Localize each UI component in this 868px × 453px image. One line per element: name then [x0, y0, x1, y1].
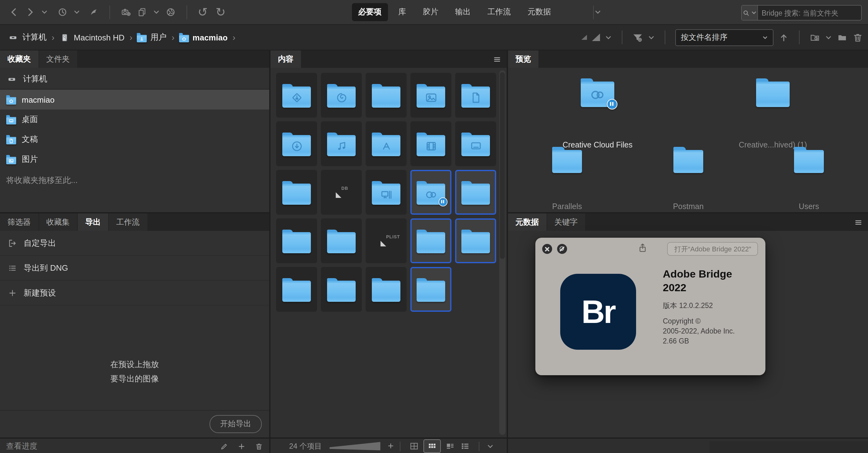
custom-export[interactable]: 自定导出 [0, 231, 269, 256]
fav-pictures[interactable]: 图片 [0, 149, 269, 169]
crumb-users[interactable]: 用户 › [137, 32, 175, 43]
grid-folder[interactable] [276, 219, 317, 263]
tab-export[interactable]: 导出 [78, 214, 108, 231]
workspace-tab-filmstrip[interactable]: 胶片 [416, 3, 444, 21]
scrollbar-thumb[interactable] [500, 72, 505, 259]
delete-preset-icon[interactable] [255, 442, 263, 450]
grid-folder[interactable] [366, 73, 407, 118]
thumbnail-view-active[interactable] [424, 439, 441, 453]
quality-chevron-down-icon[interactable] [605, 34, 612, 41]
grid-folder-selected[interactable] [455, 170, 496, 215]
grid-folder-downloads[interactable] [276, 121, 317, 166]
grid-folder-creative-cloud[interactable] [410, 170, 452, 215]
tab-preview[interactable]: 预览 [508, 50, 538, 68]
preview-creative-archived[interactable]: Creative...hived) (1) [730, 82, 816, 107]
tab-content[interactable]: 内容 [271, 50, 301, 68]
grid-lock-view-icon[interactable] [409, 441, 419, 451]
workspace-tab-metadata[interactable]: 元数据 [521, 3, 557, 21]
search-input[interactable] [758, 9, 861, 17]
grid-folder[interactable] [276, 267, 317, 312]
crumb-computer[interactable]: 计算机 › [7, 32, 54, 43]
content-menu-icon[interactable] [492, 55, 502, 63]
recent-chevron-down-icon[interactable] [825, 34, 832, 41]
grid-folder-music[interactable] [321, 121, 362, 166]
grid-folder-parallels[interactable] [366, 170, 407, 215]
crumb-macmiao[interactable]: macmiao › [179, 32, 235, 42]
preview-quality-icon[interactable] [592, 34, 600, 41]
grid-folder-selected[interactable] [455, 219, 496, 263]
grid-folder[interactable] [276, 170, 317, 215]
fav-desktop[interactable]: 桌面 [0, 110, 269, 130]
metadata-menu-icon[interactable] [854, 218, 863, 227]
tab-folders[interactable]: 文件夹 [39, 50, 77, 68]
start-export-button[interactable]: 开始导出 [210, 415, 262, 433]
grid-folder-selected[interactable] [410, 219, 452, 263]
thumbnail-quality-icon[interactable] [581, 35, 587, 40]
workspace-tab-essentials[interactable]: 必要项 [352, 3, 388, 21]
grid-folder-applications[interactable] [366, 121, 407, 166]
tab-metadata[interactable]: 元数据 [508, 214, 546, 231]
fav-documents[interactable]: 文稿 [0, 130, 269, 149]
preview-users[interactable]: Users [766, 150, 852, 173]
batch-copy-icon[interactable] [137, 7, 147, 18]
tab-keywords[interactable]: 关键字 [547, 214, 585, 231]
back-icon[interactable] [9, 7, 19, 18]
copy-chevron-down-icon[interactable] [153, 9, 160, 16]
fav-computer[interactable]: 计算机 [0, 69, 269, 90]
delete-trash-icon[interactable] [852, 32, 863, 43]
new-folder-icon[interactable] [837, 32, 847, 43]
view-chevron-down-icon[interactable] [487, 443, 494, 450]
nav-chevron-down-icon[interactable] [41, 9, 48, 16]
grid-folder[interactable] [366, 267, 407, 312]
grid-folder-documents[interactable] [455, 73, 496, 118]
grid-folder-public[interactable] [276, 73, 317, 118]
crumb-macintosh-hd[interactable]: Macintosh HD › [59, 32, 132, 42]
open-app-button[interactable]: 打开“Adobe Bridge 2022” [668, 242, 758, 256]
thumbnail-size-plus-icon[interactable]: + [388, 441, 394, 451]
search-scope-button[interactable] [742, 6, 758, 20]
export-dropzone[interactable]: 在预设上拖放 要导出的图像 [0, 306, 269, 410]
forward-icon[interactable] [25, 7, 35, 18]
tab-favorites[interactable]: 收藏夹 [0, 50, 38, 68]
fav-macmiao[interactable]: macmiao [0, 90, 269, 110]
grid-folder-selected[interactable] [410, 267, 452, 312]
grid-folder-spiral[interactable] [321, 73, 362, 118]
view-progress-link[interactable]: 查看进度 [6, 441, 37, 451]
thumbnail-size-slider[interactable] [329, 441, 380, 451]
recent-files-icon[interactable] [810, 32, 820, 43]
share-icon[interactable] [637, 243, 648, 255]
tab-filter[interactable]: 筛选器 [0, 214, 38, 231]
list-view-icon[interactable] [460, 441, 470, 451]
grid-folder-pictures[interactable] [410, 73, 452, 118]
export-to-dng[interactable]: 导出到 DNG [0, 256, 269, 281]
rotate-right-icon[interactable]: ↻ [216, 6, 226, 18]
workspace-chevron-down-icon[interactable] [594, 9, 601, 16]
grid-folder-movies[interactable] [410, 121, 452, 166]
filter-star-icon[interactable] [632, 32, 643, 43]
grid-file-db[interactable]: DB [321, 170, 362, 215]
grid-folder[interactable] [321, 267, 362, 312]
content-scrollbar[interactable] [499, 70, 505, 435]
add-preset-icon[interactable] [238, 442, 246, 450]
new-preset[interactable]: 新建预设 [0, 281, 269, 306]
boomerang-icon[interactable] [88, 7, 99, 18]
close-icon[interactable] [542, 244, 552, 254]
rotate-left-icon[interactable]: ↺ [198, 6, 208, 18]
sort-dropdown[interactable]: 按文件名排序 [675, 29, 774, 46]
details-view-icon[interactable] [445, 441, 455, 451]
preview-creative-cloud-files[interactable]: Creative Cloud Files [554, 82, 641, 107]
history-clock-icon[interactable] [57, 7, 68, 18]
grid-folder[interactable] [321, 219, 362, 263]
workspace-tab-output[interactable]: 输出 [449, 3, 477, 21]
filter-chevron-down-icon[interactable] [648, 34, 655, 41]
history-chevron-down-icon[interactable] [73, 9, 80, 16]
block-icon[interactable] [557, 244, 567, 254]
camera-import-icon[interactable] [121, 7, 131, 18]
preview-parallels[interactable]: Parallels [524, 150, 611, 173]
preview-postman[interactable]: Postman [645, 150, 732, 173]
edit-pencil-icon[interactable] [220, 442, 228, 450]
tab-collections[interactable]: 收藏集 [39, 214, 77, 231]
grid-folder-desktop[interactable] [455, 121, 496, 166]
shutter-refine-icon[interactable] [165, 7, 176, 18]
workspace-tab-libraries[interactable]: 库 [392, 3, 412, 21]
